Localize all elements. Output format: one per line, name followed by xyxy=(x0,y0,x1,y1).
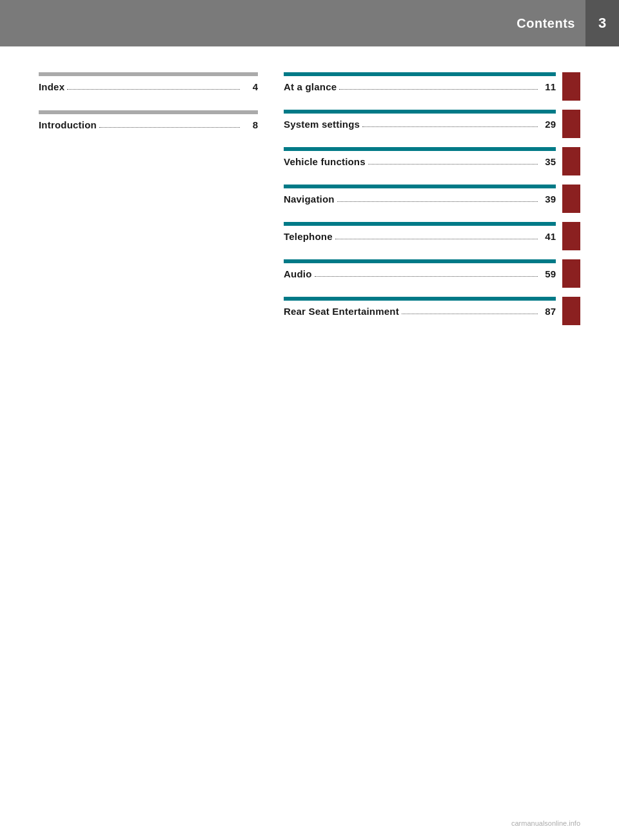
right-column: At a glance 11 System settings 29 xyxy=(284,72,580,328)
toc-row-navigation: Navigation 39 xyxy=(284,194,556,207)
toc-label-at-a-glance: At a glance xyxy=(284,81,337,92)
toc-page-telephone: 41 xyxy=(540,231,556,242)
toc-row-at-a-glance: At a glance 11 xyxy=(284,81,556,95)
toc-tab-rear-seat-entertainment xyxy=(562,297,580,325)
content-area: Index 4 Introduction 8 At a glance xyxy=(0,46,619,354)
toc-dots-at-a-glance xyxy=(339,89,538,90)
header-page-number: 3 xyxy=(585,0,619,46)
toc-label-navigation: Navigation xyxy=(284,194,335,205)
toc-row-system-settings: System settings 29 xyxy=(284,119,556,132)
toc-label-telephone: Telephone xyxy=(284,231,333,242)
toc-divider-rear-seat-entertainment xyxy=(284,297,556,301)
toc-dots-index xyxy=(67,89,240,90)
toc-right-content-telephone: Telephone 41 xyxy=(284,222,556,250)
toc-label-system-settings: System settings xyxy=(284,119,360,130)
toc-dots-telephone xyxy=(335,239,538,239)
toc-label-audio: Audio xyxy=(284,268,312,279)
toc-divider-telephone xyxy=(284,222,556,226)
toc-tab-color-audio xyxy=(562,259,580,288)
toc-row-introduction: Introduction 8 xyxy=(39,119,258,133)
toc-entry-audio: Audio 59 xyxy=(284,259,580,288)
toc-page-audio: 59 xyxy=(540,268,556,279)
toc-tab-color-at-a-glance xyxy=(562,72,580,101)
toc-entry-rear-seat-entertainment: Rear Seat Entertainment 87 xyxy=(284,297,580,325)
toc-dots-introduction xyxy=(99,127,240,128)
toc-page-introduction: 8 xyxy=(242,119,258,130)
toc-row-audio: Audio 59 xyxy=(284,268,556,282)
toc-tab-navigation xyxy=(562,185,580,213)
left-column: Index 4 Introduction 8 xyxy=(39,72,258,328)
toc-dots-audio xyxy=(315,276,538,277)
toc-divider-introduction xyxy=(39,110,258,114)
toc-label-introduction: Introduction xyxy=(39,119,97,130)
toc-tab-color-telephone xyxy=(562,222,580,250)
toc-entry-at-a-glance: At a glance 11 xyxy=(284,72,580,101)
toc-entry-system-settings: System settings 29 xyxy=(284,110,580,138)
header-title: Contents xyxy=(516,16,585,31)
watermark: carmanualsonline.info xyxy=(511,819,580,827)
toc-divider-audio xyxy=(284,259,556,263)
toc-dots-system-settings xyxy=(362,126,538,127)
toc-right-content-vehicle-functions: Vehicle functions 35 xyxy=(284,147,556,175)
toc-page-system-settings: 29 xyxy=(540,119,556,130)
toc-divider-navigation xyxy=(284,185,556,188)
toc-row-vehicle-functions: Vehicle functions 35 xyxy=(284,156,556,170)
toc-entry-introduction: Introduction 8 xyxy=(39,110,258,133)
toc-label-rear-seat-entertainment: Rear Seat Entertainment xyxy=(284,306,399,317)
toc-label-index: Index xyxy=(39,81,64,92)
toc-page-index: 4 xyxy=(242,81,258,92)
toc-right-content-at-a-glance: At a glance 11 xyxy=(284,72,556,101)
header-bar: Contents 3 xyxy=(0,0,619,46)
toc-right-content-system-settings: System settings 29 xyxy=(284,110,556,138)
toc-page-rear-seat-entertainment: 87 xyxy=(540,306,556,317)
toc-tab-color-navigation xyxy=(562,185,580,213)
toc-tab-color-vehicle-functions xyxy=(562,147,580,175)
toc-page-navigation: 39 xyxy=(540,194,556,205)
toc-right-content-rear-seat-entertainment: Rear Seat Entertainment 87 xyxy=(284,297,556,325)
toc-entry-navigation: Navigation 39 xyxy=(284,185,580,213)
toc-page-at-a-glance: 11 xyxy=(540,81,556,92)
toc-row-telephone: Telephone 41 xyxy=(284,231,556,245)
toc-divider-at-a-glance xyxy=(284,72,556,76)
toc-tab-telephone xyxy=(562,222,580,250)
toc-tab-system-settings xyxy=(562,110,580,138)
toc-entry-telephone: Telephone 41 xyxy=(284,222,580,250)
toc-dots-vehicle-functions xyxy=(368,164,538,165)
toc-dots-navigation xyxy=(337,201,538,202)
toc-row-rear-seat-entertainment: Rear Seat Entertainment 87 xyxy=(284,306,556,319)
toc-label-vehicle-functions: Vehicle functions xyxy=(284,156,366,167)
toc-tab-vehicle-functions xyxy=(562,147,580,175)
toc-tab-at-a-glance xyxy=(562,72,580,101)
toc-divider-system-settings xyxy=(284,110,556,114)
toc-divider-index xyxy=(39,72,258,76)
toc-row-index: Index 4 xyxy=(39,81,258,95)
toc-divider-vehicle-functions xyxy=(284,147,556,151)
toc-right-content-navigation: Navigation 39 xyxy=(284,185,556,213)
toc-tab-color-system-settings xyxy=(562,110,580,138)
toc-page-vehicle-functions: 35 xyxy=(540,156,556,167)
header-title-area: Contents 3 xyxy=(516,0,619,46)
toc-entry-index: Index 4 xyxy=(39,72,258,95)
toc-entry-vehicle-functions: Vehicle functions 35 xyxy=(284,147,580,175)
toc-right-content-audio: Audio 59 xyxy=(284,259,556,288)
toc-tab-audio xyxy=(562,259,580,288)
toc-tab-color-rear-seat-entertainment xyxy=(562,297,580,325)
toc-dots-rear-seat-entertainment xyxy=(402,314,538,314)
